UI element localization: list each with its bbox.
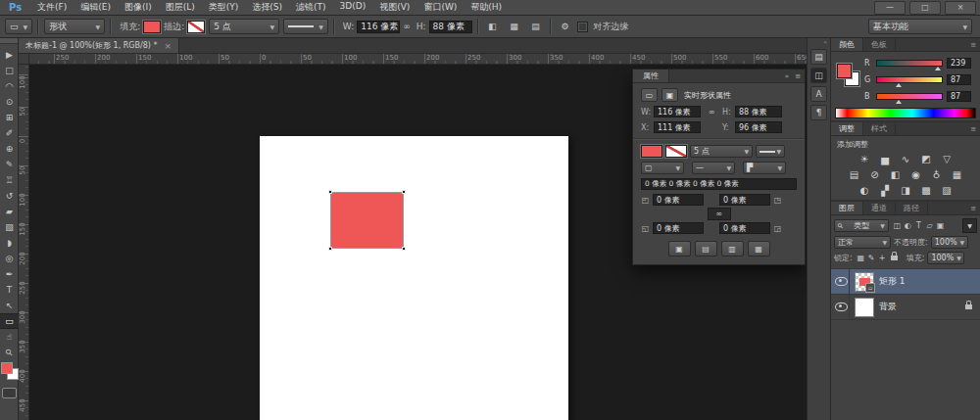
slider-thumb[interactable]	[935, 67, 941, 70]
tab-paths[interactable]: 路径	[896, 202, 928, 214]
green-value-field[interactable]: 87	[947, 74, 971, 85]
filter-adjustment-layers-icon[interactable]: ◐	[903, 221, 913, 230]
rectangle-tool[interactable]: ▭	[0, 313, 19, 329]
stroke-cap-select[interactable]: — ▼	[692, 162, 735, 174]
foreground-color-swatch[interactable]	[837, 64, 852, 78]
stroke-style-select[interactable]: ▼	[283, 19, 328, 34]
close-button[interactable]: ×	[945, 1, 976, 15]
path-operations-icon[interactable]: ◧	[484, 20, 502, 34]
document-tab[interactable]: 未标题-1 @ 100%(矩形 1, RGB/8) * ×	[19, 38, 179, 53]
filter-toggle-icon[interactable]: ▼	[962, 218, 977, 233]
shape-x-input[interactable]: 111 像素	[654, 121, 701, 133]
tool-preset-picker[interactable]: ▭ ▼	[5, 19, 32, 34]
vibrance-icon[interactable]: ▽	[941, 153, 954, 165]
panel-menu-icon[interactable]: ≡	[970, 41, 980, 49]
expand-dock-icon[interactable]: «	[808, 38, 830, 46]
anchor-point[interactable]	[328, 247, 332, 251]
menu-item[interactable]: 图层(L)	[159, 1, 202, 14]
gradient-map-icon[interactable]: ▩	[920, 184, 933, 197]
path-arrangement-icon[interactable]: ▤	[527, 20, 545, 34]
gear-icon[interactable]: ⚙	[557, 20, 574, 34]
curves-icon[interactable]: ∿	[900, 153, 912, 165]
tab-styles[interactable]: 样式	[863, 122, 896, 135]
menu-item[interactable]: 文件(F)	[30, 1, 74, 14]
lasso-tool[interactable]: ◠	[0, 78, 19, 94]
anchor-point[interactable]	[328, 190, 332, 194]
layer-filter-select[interactable]: ⚲ 类型 ▼	[834, 219, 889, 232]
brightness-contrast-icon[interactable]: ☀	[858, 153, 871, 165]
dock-history-icon[interactable]: ▤	[810, 49, 827, 65]
radius-bottom-right-input[interactable]: 0 像素	[719, 222, 770, 234]
path-selection-tool[interactable]: ↖	[0, 298, 19, 313]
layer-row-background[interactable]: 背景	[831, 295, 980, 320]
healing-brush-tool[interactable]: ⊕	[0, 141, 19, 157]
exposure-icon[interactable]: ◩	[920, 153, 933, 165]
close-icon[interactable]: ×	[164, 41, 172, 51]
eraser-tool[interactable]: ▰	[0, 204, 19, 219]
stroke-align-select[interactable]: ▢ ▼	[641, 162, 684, 174]
brush-tool[interactable]: ✎	[0, 157, 19, 172]
slider-thumb[interactable]	[896, 100, 902, 104]
threshold-icon[interactable]: ◨	[900, 184, 912, 197]
panel-menu-icon[interactable]: ≡	[795, 72, 801, 80]
menu-item[interactable]: 视图(V)	[372, 1, 416, 14]
menu-item[interactable]: 编辑(E)	[74, 1, 118, 14]
lock-position-icon[interactable]: +	[877, 254, 888, 262]
fill-color-swatch[interactable]	[143, 21, 161, 33]
restore-button[interactable]: □	[909, 1, 941, 15]
filter-smart-object-icon[interactable]: ▣	[935, 221, 946, 230]
invert-icon[interactable]: ◐	[858, 184, 871, 197]
dock-paragraph-icon[interactable]: ¶	[810, 105, 827, 120]
anchor-point[interactable]	[402, 247, 406, 251]
align-edges-checkbox[interactable]	[577, 22, 588, 32]
menu-item[interactable]: 3D(D)	[333, 1, 373, 14]
dodge-tool[interactable]: ◎	[0, 251, 19, 266]
link-dimensions-icon[interactable]: ∞	[403, 22, 411, 31]
black-white-icon[interactable]: ◧	[889, 168, 902, 181]
green-slider[interactable]	[876, 76, 943, 83]
minimize-button[interactable]: —	[874, 1, 906, 15]
fill-opacity-select[interactable]: 100% ▼	[927, 252, 964, 264]
collapse-panel-icon[interactable]: »	[785, 72, 789, 80]
lock-transparency-icon[interactable]: ▦	[856, 254, 866, 262]
shape-height-input[interactable]: 88 像素	[735, 106, 782, 117]
tool-mode-select[interactable]: 形状 ▼	[44, 19, 105, 34]
shape-operation-button-2[interactable]: ▤	[695, 241, 717, 257]
shape-operation-button-1[interactable]: ▣	[668, 241, 691, 257]
hue-saturation-icon[interactable]: ▤	[848, 168, 860, 181]
photo-filter-icon[interactable]: ◉	[909, 168, 922, 181]
toolbar-grip[interactable]	[0, 38, 18, 44]
zoom-tool[interactable]: ⚲	[0, 345, 19, 360]
color-balance-icon[interactable]: ⊘	[868, 168, 881, 181]
stroke-width-select[interactable]: 5 点 ▼	[690, 145, 753, 158]
channel-mixer-icon[interactable]: ♁	[930, 168, 943, 181]
selective-color-icon[interactable]: ▨	[941, 184, 954, 197]
menu-item[interactable]: 图像(I)	[118, 1, 159, 14]
tab-color[interactable]: 颜色	[831, 38, 863, 51]
stroke-color-swatch[interactable]	[665, 145, 687, 158]
red-value-field[interactable]: 239	[947, 58, 971, 69]
panel-menu-icon[interactable]: ≡	[970, 205, 980, 212]
gradient-tool[interactable]: ▧	[0, 219, 19, 235]
filter-type-layers-icon[interactable]: T	[913, 221, 924, 230]
levels-icon[interactable]: ▅	[879, 153, 892, 165]
menu-item[interactable]: 滤镜(T)	[289, 1, 333, 14]
color-spectrum-bar[interactable]	[835, 108, 976, 118]
dock-character-icon[interactable]: A	[810, 86, 827, 102]
pen-tool[interactable]: ✒	[0, 266, 19, 282]
stroke-corner-select[interactable]: ▛ ▼	[743, 162, 786, 174]
history-brush-tool[interactable]: ↺	[0, 188, 19, 204]
menu-item[interactable]: 选择(S)	[245, 1, 289, 14]
radius-bottom-left-input[interactable]: 0 像素	[653, 222, 704, 234]
lock-all-icon[interactable]	[891, 256, 898, 260]
fill-color-swatch[interactable]	[641, 145, 662, 158]
lock-pixels-icon[interactable]: ✎	[866, 254, 877, 262]
move-tool[interactable]: ▶	[0, 47, 19, 63]
shape-height-input[interactable]: 88 像素	[429, 21, 472, 33]
anchor-point[interactable]	[402, 190, 406, 194]
opacity-select[interactable]: 100% ▼	[931, 236, 968, 249]
canvas-page[interactable]	[260, 136, 568, 420]
radius-top-left-input[interactable]: 0 像素	[653, 194, 704, 206]
tab-adjustments[interactable]: 调整	[831, 122, 863, 135]
radius-summary-field[interactable]: 0 像素 0 像素 0 像素 0 像素	[641, 178, 797, 190]
